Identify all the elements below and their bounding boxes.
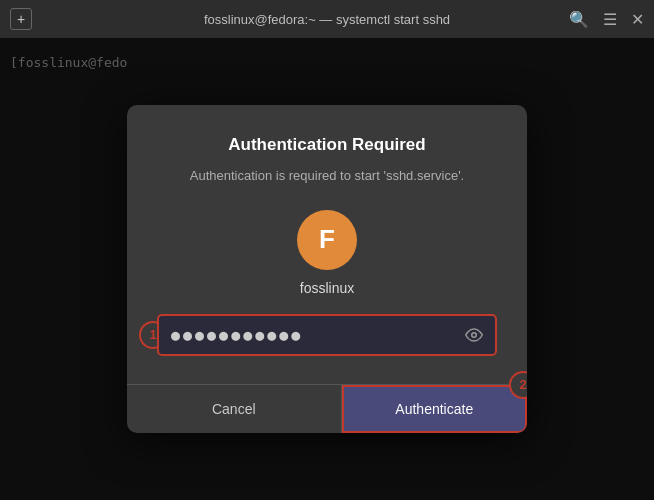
password-input-wrapper [157,314,497,356]
window-title: fosslinux@fedora:~ — systemctl start ssh… [204,12,450,27]
close-icon[interactable]: ✕ [631,10,644,29]
authenticate-button[interactable]: Authenticate [342,385,528,433]
svg-point-0 [472,332,477,337]
dialog-subtitle: Authentication is required to start 'ssh… [157,167,497,185]
title-bar-controls: 🔍 ☰ ✕ [569,10,644,29]
dialog-body: Authentication Required Authentication i… [127,105,527,383]
user-avatar: F [297,210,357,270]
title-bar-left: + [10,8,32,30]
auth-dialog: Authentication Required Authentication i… [127,105,527,432]
title-bar: + fosslinux@fedora:~ — systemctl start s… [0,0,654,38]
step-2-badge: 2 [509,371,527,399]
username-label: fosslinux [157,280,497,296]
dialog-title: Authentication Required [157,135,497,155]
dialog-footer: Cancel Authenticate 2 [127,384,527,433]
search-icon[interactable]: 🔍 [569,10,589,29]
toggle-password-icon[interactable] [465,326,495,344]
new-tab-button[interactable]: + [10,8,32,30]
overlay: Authentication Required Authentication i… [0,38,654,500]
authenticate-button-wrapper: Authenticate 2 [342,385,528,433]
cancel-button[interactable]: Cancel [127,385,342,433]
password-field-area: 1 [157,314,497,356]
password-input[interactable] [159,316,465,354]
menu-icon[interactable]: ☰ [603,10,617,29]
